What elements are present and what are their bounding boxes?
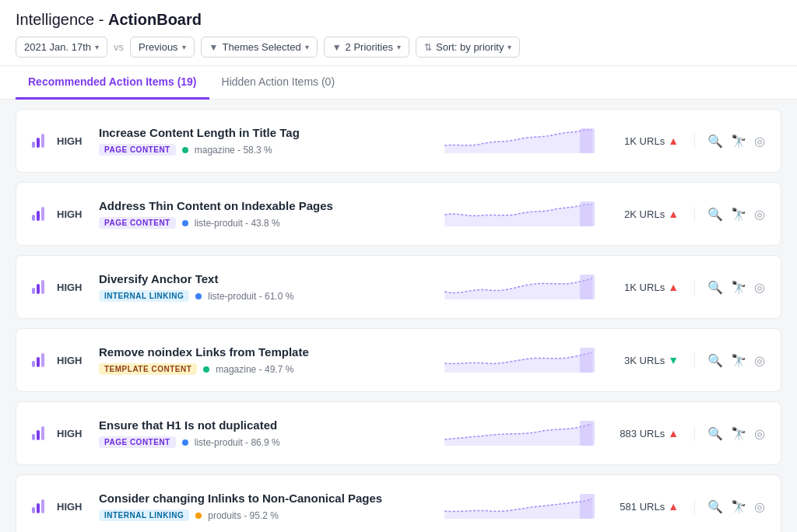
priorities-filter-icon: ▼ <box>332 42 342 53</box>
category-tag: PAGE CONTENT <box>99 436 176 448</box>
item-title: Ensure that H1 Is not duplicated <box>99 418 428 432</box>
hide-action-icon[interactable]: ◎ <box>754 499 765 514</box>
sparkline-chart <box>441 268 596 306</box>
category-tag: INTERNAL LINKING <box>99 290 189 302</box>
trend-up-icon: ▲ <box>668 208 679 220</box>
sparkline-chart <box>441 195 596 233</box>
previous-label: Previous <box>139 41 178 53</box>
hide-action-icon[interactable]: ◎ <box>754 280 765 295</box>
hide-action-icon[interactable]: ◎ <box>754 353 765 368</box>
urls-area: 883 URLs ▲ <box>609 427 679 439</box>
priority-bars-icon <box>32 207 44 221</box>
binoculars-action-icon[interactable]: 🔭 <box>731 207 746 222</box>
segment-label: produits - 95.2 % <box>208 510 279 521</box>
item-tags: PAGE CONTENT magazine - 58.3 % <box>99 144 428 156</box>
themes-filter-button[interactable]: ▼ Themes Selected ▾ <box>201 37 318 58</box>
urls-count: 1K URLs <box>624 135 665 147</box>
priority-bars-icon <box>32 499 44 513</box>
binoculars-action-icon[interactable]: 🔭 <box>731 499 746 514</box>
sort-icon: ⇅ <box>424 42 432 53</box>
search-action-icon[interactable]: 🔍 <box>707 353 723 368</box>
filter-bar: 2021 Jan. 17th ▾ vs Previous ▾ ▼ Themes … <box>16 37 781 58</box>
svg-rect-2 <box>580 275 595 299</box>
search-action-icon[interactable]: 🔍 <box>707 207 723 222</box>
action-item: HIGH Diversify Anchor Text INTERNAL LINK… <box>16 255 781 319</box>
urls-count: 3K URLs <box>624 355 665 366</box>
category-tag: PAGE CONTENT <box>99 217 176 229</box>
tab-recommended-label: Recommended Action Items (19) <box>28 75 197 88</box>
item-main: Diversify Anchor Text INTERNAL LINKING l… <box>99 272 428 302</box>
item-title: Diversify Anchor Text <box>99 272 428 285</box>
segment-dot <box>195 513 202 519</box>
item-tags: INTERNAL LINKING produits - 95.2 % <box>99 509 428 521</box>
item-main: Consider changing Inlinks to Non-Canonic… <box>99 492 428 521</box>
svg-rect-4 <box>580 421 595 446</box>
action-item: HIGH Consider changing Inlinks to Non-Ca… <box>16 474 781 532</box>
search-action-icon[interactable]: 🔍 <box>707 426 723 441</box>
tabs-bar: Recommended Action Items (19) Hidden Act… <box>0 66 797 100</box>
priority-label: HIGH <box>57 208 86 220</box>
item-main: Ensure that H1 Is not duplicated PAGE CO… <box>99 418 428 448</box>
app-header: Intelligence - ActionBoard 2021 Jan. 17t… <box>0 0 797 66</box>
item-main: Increase Content Length in Title Tag PAG… <box>99 126 428 156</box>
tab-recommended[interactable]: Recommended Action Items (19) <box>16 66 209 100</box>
priority-bars-icon <box>32 353 44 367</box>
title-bold: ActionBoard <box>108 11 202 28</box>
urls-area: 581 URLs ▲ <box>609 500 679 513</box>
item-main: Address Thin Content on Indexable Pages … <box>99 199 428 229</box>
item-tags: PAGE CONTENT liste-produit - 86.9 % <box>99 436 428 448</box>
trend-up-icon: ▲ <box>668 427 679 439</box>
svg-rect-3 <box>580 348 595 373</box>
item-title: Address Thin Content on Indexable Pages <box>99 199 428 212</box>
sort-label: Sort: by priority <box>436 41 504 53</box>
binoculars-action-icon[interactable]: 🔭 <box>731 280 746 295</box>
priority-bars-icon <box>32 426 44 440</box>
date-filter-button[interactable]: 2021 Jan. 17th ▾ <box>16 37 107 58</box>
item-actions: 🔍 🔭 ◎ <box>694 353 765 368</box>
tab-hidden[interactable]: Hidden Action Items (0) <box>209 66 348 100</box>
action-item: HIGH Ensure that H1 Is not duplicated PA… <box>16 401 781 465</box>
hide-action-icon[interactable]: ◎ <box>754 207 765 222</box>
category-tag: INTERNAL LINKING <box>99 509 189 521</box>
urls-area: 1K URLs ▲ <box>609 135 679 147</box>
item-title: Remove noindex Links from Template <box>99 345 428 359</box>
vs-separator: vs <box>114 41 124 53</box>
priorities-filter-button[interactable]: ▼ 2 Priorities ▾ <box>324 37 409 58</box>
search-action-icon[interactable]: 🔍 <box>707 499 723 514</box>
priority-bars-icon <box>32 134 44 148</box>
hide-action-icon[interactable]: ◎ <box>754 134 765 149</box>
svg-rect-1 <box>580 201 595 226</box>
binoculars-action-icon[interactable]: 🔭 <box>731 353 746 368</box>
priority-label: HIGH <box>57 135 86 147</box>
item-title: Increase Content Length in Title Tag <box>99 126 428 139</box>
sparkline-chart <box>441 122 596 159</box>
sparkline-chart <box>441 415 596 452</box>
search-action-icon[interactable]: 🔍 <box>707 134 723 149</box>
previous-filter-button[interactable]: Previous ▾ <box>130 37 195 58</box>
sparkline-chart <box>441 488 596 525</box>
search-action-icon[interactable]: 🔍 <box>707 280 723 295</box>
date-label: 2021 Jan. 17th <box>24 41 91 53</box>
item-actions: 🔍 🔭 ◎ <box>694 499 765 514</box>
page-title: Intelligence - ActionBoard <box>16 11 781 29</box>
segment-dot <box>203 366 209 373</box>
binoculars-action-icon[interactable]: 🔭 <box>731 134 746 149</box>
title-prefix: Intelligence - <box>16 11 108 28</box>
segment-label: magazine - 58.3 % <box>195 145 272 156</box>
urls-count: 2K URLs <box>624 208 665 220</box>
segment-label: liste-produit - 61.0 % <box>208 291 293 302</box>
themes-chevron-icon: ▾ <box>305 43 309 51</box>
hide-action-icon[interactable]: ◎ <box>754 426 765 441</box>
sort-button[interactable]: ⇅ Sort: by priority ▾ <box>416 37 520 58</box>
binoculars-action-icon[interactable]: 🔭 <box>731 426 746 441</box>
trend-up-icon: ▲ <box>668 281 679 293</box>
item-main: Remove noindex Links from Template TEMPL… <box>99 345 428 375</box>
urls-count: 581 URLs <box>620 501 665 513</box>
segment-dot <box>182 439 188 446</box>
svg-rect-5 <box>580 494 595 519</box>
urls-area: 1K URLs ▲ <box>609 281 679 293</box>
urls-count: 1K URLs <box>624 282 665 293</box>
item-actions: 🔍 🔭 ◎ <box>694 207 765 222</box>
item-tags: INTERNAL LINKING liste-produit - 61.0 % <box>99 290 428 302</box>
priority-label: HIGH <box>57 282 86 293</box>
